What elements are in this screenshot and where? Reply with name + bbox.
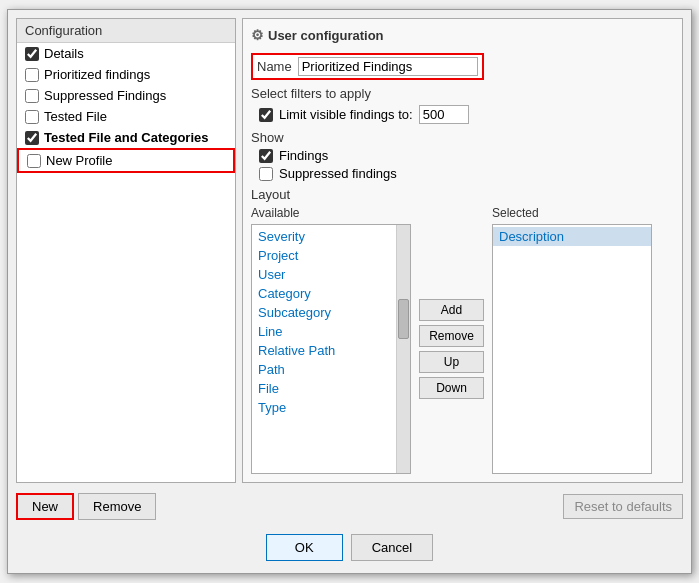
available-item[interactable]: Type <box>252 398 410 417</box>
main-dialog: Configuration DetailsPrioritized finding… <box>7 9 692 574</box>
config-item-prioritized-findings[interactable]: Prioritized findings <box>17 64 235 85</box>
available-item[interactable]: Category <box>252 284 410 303</box>
bottom-right: Reset to defaults <box>563 494 683 519</box>
cancel-button[interactable]: Cancel <box>351 534 433 561</box>
scrollbar-track[interactable] <box>396 225 410 473</box>
selected-item[interactable]: Description <box>493 227 651 246</box>
available-item[interactable]: Relative Path <box>252 341 410 360</box>
config-item-new-profile[interactable]: New Profile <box>17 148 235 173</box>
scrollbar-thumb[interactable] <box>398 299 409 339</box>
findings-label: Findings <box>279 148 328 163</box>
filter-title: Select filters to apply <box>251 86 674 101</box>
ok-button[interactable]: OK <box>266 534 343 561</box>
show-title: Show <box>251 130 674 145</box>
limit-input[interactable] <box>419 105 469 124</box>
remove-button[interactable]: Remove <box>419 325 484 347</box>
remove-profile-button[interactable]: Remove <box>78 493 156 520</box>
available-col: Available SeverityProjectUserCategorySub… <box>251 206 411 474</box>
config-header: Configuration <box>17 19 235 43</box>
layout-section: Layout Available SeverityProjectUserCate… <box>251 187 674 474</box>
config-label-details: Details <box>44 46 84 61</box>
available-item[interactable]: Line <box>252 322 410 341</box>
dialog-footer: OK Cancel <box>16 530 683 565</box>
main-content-area: Configuration DetailsPrioritized finding… <box>16 18 683 483</box>
available-list-container: SeverityProjectUserCategorySubcategoryLi… <box>251 224 411 474</box>
available-label: Available <box>251 206 411 220</box>
limit-filter-row: Limit visible findings to: <box>259 105 674 124</box>
limit-label: Limit visible findings to: <box>279 107 413 122</box>
available-item[interactable]: User <box>252 265 410 284</box>
config-checkbox-tested-file-categories[interactable] <box>25 131 39 145</box>
section-title: ⚙ User configuration <box>251 27 674 43</box>
add-button[interactable]: Add <box>419 299 484 321</box>
config-checkbox-prioritized-findings[interactable] <box>25 68 39 82</box>
config-label-prioritized-findings: Prioritized findings <box>44 67 150 82</box>
bottom-left: New Remove <box>16 493 156 520</box>
config-item-tested-file-categories[interactable]: Tested File and Categories <box>17 127 235 148</box>
config-item-suppressed-findings[interactable]: Suppressed Findings <box>17 85 235 106</box>
reset-button[interactable]: Reset to defaults <box>563 494 683 519</box>
gear-icon: ⚙ <box>251 27 264 43</box>
left-panel: Configuration DetailsPrioritized finding… <box>16 18 236 483</box>
config-checkbox-tested-file[interactable] <box>25 110 39 124</box>
suppressed-checkbox[interactable] <box>259 167 273 181</box>
available-item[interactable]: File <box>252 379 410 398</box>
config-label-new-profile: New Profile <box>46 153 112 168</box>
section-title-text: User configuration <box>268 28 384 43</box>
config-label-tested-file-categories: Tested File and Categories <box>44 130 208 145</box>
config-item-tested-file[interactable]: Tested File <box>17 106 235 127</box>
show-section: Show Findings Suppressed findings <box>251 130 674 181</box>
limit-checkbox[interactable] <box>259 108 273 122</box>
config-checkbox-details[interactable] <box>25 47 39 61</box>
config-checkbox-suppressed-findings[interactable] <box>25 89 39 103</box>
findings-row: Findings <box>259 148 674 163</box>
config-list: DetailsPrioritized findingsSuppressed Fi… <box>17 43 235 482</box>
new-button[interactable]: New <box>16 493 74 520</box>
config-checkbox-new-profile[interactable] <box>27 154 41 168</box>
available-item[interactable]: Path <box>252 360 410 379</box>
config-label-suppressed-findings: Suppressed Findings <box>44 88 166 103</box>
up-button[interactable]: Up <box>419 351 484 373</box>
name-input[interactable] <box>298 57 478 76</box>
suppressed-row: Suppressed findings <box>259 166 674 181</box>
layout-buttons: Add Remove Up Down <box>419 206 484 474</box>
suppressed-label: Suppressed findings <box>279 166 397 181</box>
config-item-details[interactable]: Details <box>17 43 235 64</box>
layout-title: Layout <box>251 187 674 202</box>
findings-checkbox[interactable] <box>259 149 273 163</box>
layout-columns: Available SeverityProjectUserCategorySub… <box>251 206 674 474</box>
config-label-tested-file: Tested File <box>44 109 107 124</box>
bottom-bar: New Remove Reset to defaults <box>16 489 683 524</box>
name-label: Name <box>257 59 292 74</box>
selected-list-container[interactable]: Description <box>492 224 652 474</box>
right-panel: ⚙ User configuration Name Select filters… <box>242 18 683 483</box>
available-list[interactable]: SeverityProjectUserCategorySubcategoryLi… <box>252 225 410 473</box>
available-item[interactable]: Subcategory <box>252 303 410 322</box>
down-button[interactable]: Down <box>419 377 484 399</box>
available-item[interactable]: Severity <box>252 227 410 246</box>
filter-section: Select filters to apply Limit visible fi… <box>251 86 674 124</box>
available-item[interactable]: Project <box>252 246 410 265</box>
selected-label: Selected <box>492 206 652 220</box>
selected-col: Selected Description <box>492 206 652 474</box>
name-row: Name <box>251 53 484 80</box>
